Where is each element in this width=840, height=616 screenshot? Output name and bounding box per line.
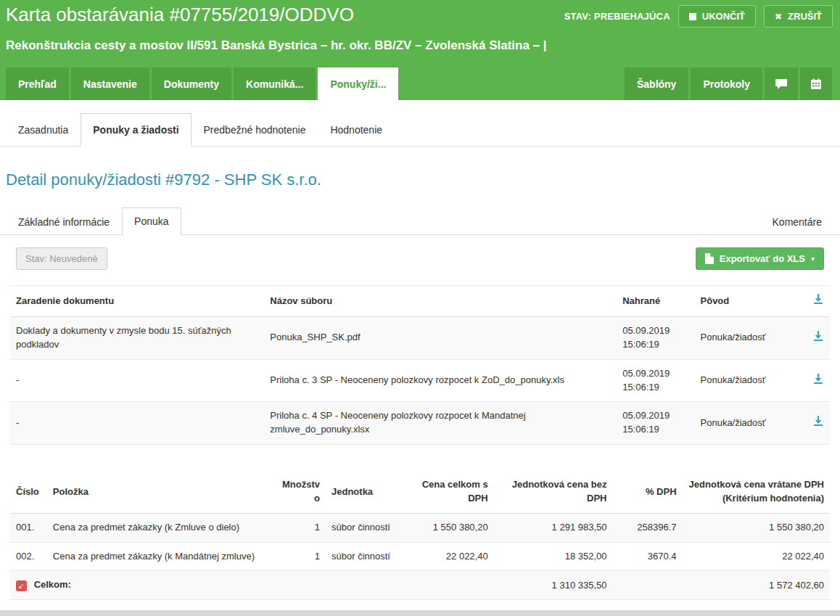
messages-tab[interactable]	[765, 67, 798, 100]
main-tab-nastavenie[interactable]: Nastavenie	[71, 67, 149, 100]
main-tab-prehlad[interactable]: Prehľad	[6, 67, 69, 100]
main-nav-right: Šablóny Protokoly	[625, 67, 834, 100]
topbar: Karta obstarávania #07755/2019/ODDVO Rek…	[0, 0, 840, 67]
items-table-header: Číslo Položka Množstvo Jednotka Cena cel…	[10, 471, 830, 513]
item-name: Cena za predmet zákazky (k Mandátnej zml…	[47, 542, 273, 571]
procurement-name: Rekonštrukcia cesty a mostov II/591 Bans…	[6, 38, 547, 53]
sub-tab-predbezne-hodnotenie[interactable]: Predbežné hodnotenie	[192, 113, 318, 147]
main-tab-ponuky-ziadosti[interactable]: Ponuky/ži...	[318, 67, 398, 100]
tab-komentare[interactable]: Komentáre	[760, 208, 834, 235]
col-nazov-suboru: Názov súboru	[264, 286, 617, 317]
sub-tab-zasadnutia[interactable]: Zasadnutia	[6, 113, 81, 147]
cancel-button[interactable]: ✖ ZRUŠIŤ	[764, 5, 833, 28]
documents-table-header: Zaradenie dokumentu Názov súboru Nahrané…	[10, 286, 830, 317]
main-nav-left: Prehľad Nastavenie Dokumenty Komuniká...…	[6, 67, 400, 100]
col-percent-dph: % DPH	[613, 471, 683, 513]
doc-actions	[801, 402, 830, 445]
total-unit-price-with-vat: 1 572 402,60	[683, 571, 830, 600]
doc-filename: Ponuka_SHP_SK.pdf	[264, 317, 617, 360]
doc-uploaded: 05.09.2019 15:06:19	[617, 359, 694, 402]
chat-icon	[775, 78, 788, 90]
finish-button[interactable]: UKONČIŤ	[678, 5, 756, 28]
item-row: 002. Cena za predmet zákazky (k Mandátne…	[10, 542, 830, 571]
horizontal-scrollbar[interactable]	[0, 610, 840, 616]
topbar-actions: STAV: PREBIEHAJÚCA UKONČIŤ ✖ ZRUŠIŤ	[564, 4, 833, 28]
download-icon[interactable]	[812, 330, 824, 342]
items-table: Číslo Položka Množstvo Jednotka Cena cel…	[10, 471, 830, 600]
page: Karta obstarávania #07755/2019/ODDVO Rek…	[0, 0, 840, 616]
offer-panel: Stav: Neuvedené Exportovať do XLS ▾ Zara…	[0, 235, 840, 600]
main-tab-protokoly[interactable]: Protokoly	[691, 67, 762, 100]
doc-classification: -	[10, 359, 264, 402]
download-icon[interactable]	[812, 415, 824, 427]
item-vat-percent: 258396.7	[613, 513, 683, 542]
item-row: 001. Cena za predmet zákazky (k Zmluve o…	[10, 513, 830, 542]
col-jednotkova-cena-bez-dph: Jednotková cena bez DPH	[494, 471, 613, 513]
main-tab-dokumenty[interactable]: Dokumenty	[152, 67, 231, 100]
export-xls-button[interactable]: Exportovať do XLS ▾	[696, 247, 824, 270]
download-icon[interactable]	[812, 373, 824, 385]
offer-status-button[interactable]: Stav: Neuvedené	[16, 247, 107, 270]
doc-filename: Priloha c. 3 SP - Neoceneny polozkovy ro…	[264, 359, 617, 402]
item-number: 001.	[10, 513, 47, 542]
total-label: Celkom:	[34, 580, 71, 591]
total-label-cell: ↙ Celkom:	[10, 571, 494, 600]
calendar-icon	[810, 78, 822, 90]
documents-table: Zaradenie dokumentu Názov súboru Nahrané…	[10, 285, 830, 445]
col-mnozstvo: Množstvo	[273, 471, 326, 513]
doc-actions	[801, 317, 830, 360]
download-all-icon[interactable]	[812, 293, 824, 305]
tab-zakladne-informacie[interactable]: Základné informácie	[6, 208, 122, 235]
item-total-with-vat: 22 022,40	[403, 542, 493, 571]
item-unit-price-with-vat: 1 550 380,20	[683, 513, 830, 542]
col-jednotka: Jednotka	[326, 471, 403, 513]
main-tab-komunikacia[interactable]: Komuniká...	[234, 67, 316, 100]
calendar-tab[interactable]	[800, 67, 832, 100]
doc-uploaded: 05.09.2019 15:06:19	[617, 317, 694, 360]
section-tabs: Zasadnutia Ponuky a žiadosti Predbežné h…	[0, 100, 840, 147]
page-title: Karta obstarávania #07755/2019/ODDVO	[6, 4, 547, 26]
panel-toolbar: Stav: Neuvedené Exportovať do XLS ▾	[10, 247, 830, 270]
col-polozka: Položka	[47, 471, 273, 513]
doc-origin: Ponuka/žiadosť	[695, 317, 802, 360]
finish-button-label: UKONČIŤ	[702, 11, 745, 22]
total-vat-empty	[613, 571, 683, 600]
stop-icon	[689, 13, 696, 20]
sub-tab-hodnotenie[interactable]: Hodnotenie	[318, 113, 395, 147]
doc-actions	[801, 359, 830, 402]
detail-heading: Detail ponuky/žiadosti #9792 - SHP SK s.…	[6, 171, 834, 189]
item-unit-price-without-vat: 18 352,00	[494, 542, 613, 571]
item-total-with-vat: 1 550 380,20	[403, 513, 493, 542]
document-row: - Priloha c. 3 SP - Neoceneny polozkovy …	[10, 359, 830, 402]
item-unit: súbor činností	[326, 542, 403, 571]
main-tab-sablony[interactable]: Šablóny	[625, 67, 688, 100]
cancel-button-label: ZRUŠIŤ	[788, 11, 822, 22]
caret-down-icon: ▾	[811, 255, 815, 263]
main-content: Detail ponuky/žiadosti #9792 - SHP SK s.…	[0, 171, 840, 600]
document-row: Doklady a dokumenty v zmysle bodu 15. sú…	[10, 317, 830, 360]
tab-ponuka[interactable]: Ponuka	[122, 208, 181, 235]
total-icon: ↙	[16, 580, 27, 591]
sub-tab-ponuky-a-ziadosti[interactable]: Ponuky a žiadosti	[81, 113, 191, 147]
item-unit-price-without-vat: 1 291 983,50	[494, 513, 613, 542]
col-cena-celkom-s-dph: Cena celkom s DPH	[403, 471, 493, 513]
col-povod: Pôvod	[695, 286, 802, 317]
status-label: STAV: PREBIEHAJÚCA	[564, 11, 670, 22]
items-total-row: ↙ Celkom: 1 310 335,50 1 572 402,60	[10, 571, 830, 600]
doc-uploaded: 05.09.2019 15:06:19	[617, 402, 694, 445]
item-unit: súbor činností	[326, 513, 403, 542]
item-number: 002.	[10, 542, 47, 571]
item-quantity: 1	[273, 542, 326, 571]
detail-tabs: Základné informácie Ponuka Komentáre	[0, 208, 840, 235]
total-unit-price-without-vat: 1 310 335,50	[494, 571, 613, 600]
col-download	[801, 286, 830, 317]
item-unit-price-with-vat: 22 022,40	[683, 542, 830, 571]
col-zaradenie-dokumentu: Zaradenie dokumentu	[10, 286, 264, 317]
item-quantity: 1	[273, 513, 326, 542]
document-row: - Priloha c. 4 SP - Neoceneny polozkovy …	[10, 402, 830, 445]
doc-origin: Ponuka/žiadosť	[695, 359, 802, 402]
main-nav: Prehľad Nastavenie Dokumenty Komuniká...…	[0, 67, 840, 100]
doc-classification: -	[10, 402, 264, 445]
item-vat-percent: 3670.4	[613, 542, 683, 571]
close-icon: ✖	[775, 12, 782, 21]
